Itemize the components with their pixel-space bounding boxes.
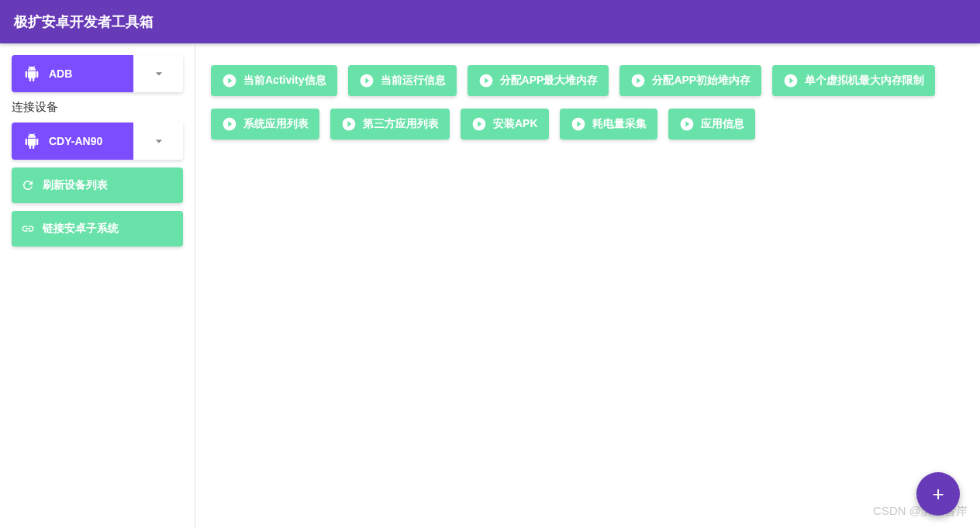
link-icon [21,222,35,236]
action-label: 单个虚拟机最大内存限制 [805,74,924,88]
main-container: ADB 连接设备 CDY-AN90 [0,43,980,528]
current-activity-info-button[interactable]: 当前Activity信息 [211,65,337,96]
app-info-button[interactable]: 应用信息 [668,109,755,140]
main-content: 当前Activity信息 当前运行信息 分配APP最大堆内存 分配APP初始堆内… [195,43,980,528]
device-dropdown-label-area[interactable]: CDY-AN90 [12,123,133,160]
action-label: 应用信息 [701,117,744,131]
adb-dropdown[interactable]: ADB [12,55,183,92]
device-dropdown-label: CDY-AN90 [49,135,102,147]
action-row-1: 当前Activity信息 当前运行信息 分配APP最大堆内存 分配APP初始堆内… [211,65,964,96]
chevron-down-icon [151,133,167,149]
app-title: 极扩安卓开发者工具箱 [14,14,154,29]
action-label: 当前运行信息 [381,74,446,88]
action-label: 系统应用列表 [243,117,309,131]
play-circle-icon [478,73,494,88]
power-consumption-button[interactable]: 耗电量采集 [560,109,657,140]
action-label: 第三方应用列表 [363,117,439,131]
adb-dropdown-toggle[interactable] [133,55,183,92]
link-android-subsystem-button[interactable]: 链接安卓子系统 [12,211,183,247]
install-apk-button[interactable]: 安装APK [461,109,549,140]
device-dropdown-toggle[interactable] [133,123,183,160]
action-label: 分配APP初始堆内存 [652,74,751,88]
play-circle-icon [341,116,357,132]
current-running-info-button[interactable]: 当前运行信息 [348,65,457,96]
action-label: 安装APK [493,117,538,131]
action-label: 分配APP最大堆内存 [500,74,599,88]
link-button-label: 链接安卓子系统 [43,222,119,236]
refresh-device-list-button[interactable]: 刷新设备列表 [12,167,183,203]
plus-icon: + [932,482,944,506]
single-vm-max-memory-button[interactable]: 单个虚拟机最大内存限制 [772,65,935,96]
chevron-down-icon [151,66,167,81]
play-circle-icon [783,73,799,88]
action-label: 当前Activity信息 [243,74,326,88]
fab-add-button[interactable]: + [916,472,960,516]
android-icon [24,133,40,149]
app-initial-heap-button[interactable]: 分配APP初始堆内存 [619,65,761,96]
adb-dropdown-label-area[interactable]: ADB [12,55,133,92]
sidebar: ADB 连接设备 CDY-AN90 [0,43,195,528]
play-circle-icon [679,116,695,132]
play-circle-icon [471,116,487,132]
play-circle-icon [630,73,646,88]
play-circle-icon [359,73,374,88]
adb-dropdown-label: ADB [49,67,72,80]
app-header: 极扩安卓开发者工具箱 [0,0,980,43]
refresh-icon [21,178,35,192]
action-row-2: 系统应用列表 第三方应用列表 安装APK 耗电量采集 应用信息 [211,109,964,140]
play-circle-icon [222,116,237,132]
action-label: 耗电量采集 [592,117,647,131]
third-party-app-list-button[interactable]: 第三方应用列表 [330,109,450,140]
play-circle-icon [571,116,586,132]
connect-device-label: 连接设备 [12,100,183,115]
app-max-heap-button[interactable]: 分配APP最大堆内存 [468,65,609,96]
android-icon [24,66,40,81]
system-app-list-button[interactable]: 系统应用列表 [211,109,319,140]
play-circle-icon [222,73,237,88]
device-dropdown[interactable]: CDY-AN90 [12,123,183,160]
refresh-button-label: 刷新设备列表 [43,178,108,192]
